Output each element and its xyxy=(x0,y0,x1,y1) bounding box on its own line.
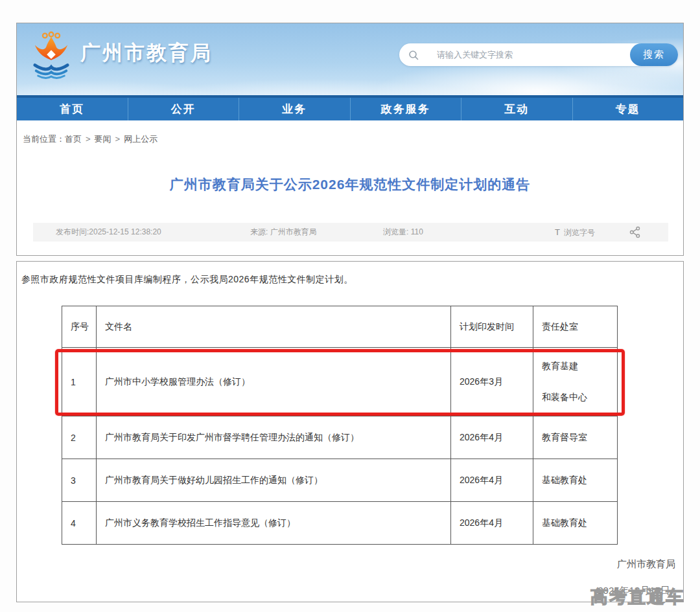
cell-time: 2026年4月 xyxy=(451,459,533,502)
cell-dept: 教育基建 和装备中心 xyxy=(533,348,618,416)
cell-no: 2 xyxy=(62,416,97,459)
publish-time: 发布时间:2025-12-15 12:38:20 xyxy=(56,223,161,242)
article-title: 广州市教育局关于公示2026年规范性文件制定计划的通告 xyxy=(17,176,683,194)
cell-dept: 基础教育处 xyxy=(533,459,618,502)
nav-item-open[interactable]: 公开 xyxy=(128,98,239,120)
cell-time: 2026年4月 xyxy=(451,502,533,545)
nav-item-business[interactable]: 业务 xyxy=(239,98,350,120)
view-count: 浏览量: 110 xyxy=(383,223,423,242)
kapok-flower-logo-icon xyxy=(31,31,71,83)
article-meta-bar: 发布时间:2025-12-15 12:38:20 来源: 广州市教育局 浏览量:… xyxy=(33,223,668,242)
font-size-icon: T xyxy=(555,227,560,237)
table-row: 1 广州市中小学校服管理办法（修订） 2026年3月 教育基建 和装备中心 xyxy=(62,348,618,416)
breadcrumb-separator: > xyxy=(115,134,121,144)
breadcrumb-separator: > xyxy=(86,134,91,144)
site-title: 广州市教育局 xyxy=(80,40,213,67)
dept-line: 教育基建 xyxy=(542,361,617,372)
article-source: 来源: 广州市教育局 xyxy=(250,223,317,242)
cell-no: 4 xyxy=(62,502,97,545)
article-body-panel: 参照市政府规范性文件项目库编制程序，公示我局2026年规范性文件制定计划。 序号… xyxy=(16,261,684,602)
col-header-dept: 责任处室 xyxy=(533,306,618,348)
search-icon xyxy=(408,50,419,60)
font-size-label: 浏览字号 xyxy=(564,228,595,237)
font-size-control[interactable]: T浏览字号 xyxy=(555,223,595,242)
nav-item-topics[interactable]: 专题 xyxy=(572,98,684,120)
breadcrumb-home[interactable]: 首页 xyxy=(65,134,82,144)
share-button[interactable] xyxy=(629,226,641,245)
nav-item-interact[interactable]: 互动 xyxy=(461,98,572,120)
col-header-time: 计划印发时间 xyxy=(451,306,533,348)
header-panel: 广州市教育局 搜索 首页 公开 业务 政务服务 互动 专题 当前位置：首页>要闻… xyxy=(16,23,684,256)
cell-dept: 基础教育处 xyxy=(533,502,618,545)
cell-name: 广州市义务教育学校招生工作指导意见（修订） xyxy=(97,502,451,545)
cell-time: 2026年3月 xyxy=(451,348,533,416)
search-bar: 搜索 xyxy=(399,43,678,66)
col-header-no: 序号 xyxy=(62,306,97,348)
table-row: 4 广州市义务教育学校招生工作指导意见（修订） 2026年4月 基础教育处 xyxy=(62,502,618,545)
nav-item-services[interactable]: 政务服务 xyxy=(350,98,461,120)
breadcrumb-public-notice[interactable]: 网上公示 xyxy=(124,134,158,144)
cell-time: 2026年4月 xyxy=(451,416,533,459)
breadcrumb: 当前位置：首页>要闻>网上公示 xyxy=(17,120,683,145)
cell-name: 广州市中小学校服管理办法（修订） xyxy=(97,348,451,416)
document-date-wrap: 2025年12月15日 高考直通车 xyxy=(17,585,683,611)
table-header-row: 序号 文件名 计划印发时间 责任处室 xyxy=(62,306,618,348)
plan-table: 序号 文件名 计划印发时间 责任处室 1 广州市中小学校服管理办法（修订） 20… xyxy=(62,306,618,545)
cell-name: 广州市教育局关于印发广州市督学聘任管理办法的通知（修订） xyxy=(97,416,451,459)
plan-table-wrap: 序号 文件名 计划印发时间 责任处室 1 广州市中小学校服管理办法（修订） 20… xyxy=(62,306,617,545)
cell-no: 3 xyxy=(62,459,97,502)
col-header-name: 文件名 xyxy=(97,306,451,348)
cell-name: 广州市教育局关于做好幼儿园招生工作的通知（修订） xyxy=(97,459,451,502)
search-input[interactable] xyxy=(419,50,630,60)
main-nav: 首页 公开 业务 政务服务 互动 专题 xyxy=(17,95,683,120)
breadcrumb-label: 当前位置： xyxy=(23,134,65,144)
site-brand: 广州市教育局 xyxy=(31,31,213,83)
cell-dept: 教育督导室 xyxy=(533,416,618,459)
document-date: 2025年12月15日 xyxy=(598,585,670,596)
share-icon xyxy=(629,226,641,238)
nav-item-home[interactable]: 首页 xyxy=(17,98,128,120)
cell-no: 1 xyxy=(62,348,97,416)
dept-line: 和装备中心 xyxy=(542,392,617,403)
table-row: 3 广州市教育局关于做好幼儿园招生工作的通知（修订） 2026年4月 基础教育处 xyxy=(62,459,618,502)
breadcrumb-news[interactable]: 要闻 xyxy=(95,134,111,144)
site-banner: 广州市教育局 搜索 xyxy=(17,23,683,95)
table-row: 2 广州市教育局关于印发广州市督学聘任管理办法的通知（修订） 2026年4月 教… xyxy=(62,416,618,459)
search-button[interactable]: 搜索 xyxy=(630,43,678,66)
article-intro: 参照市政府规范性文件项目库编制程序，公示我局2026年规范性文件制定计划。 xyxy=(17,262,683,286)
signature: 广州市教育局 xyxy=(17,558,683,571)
